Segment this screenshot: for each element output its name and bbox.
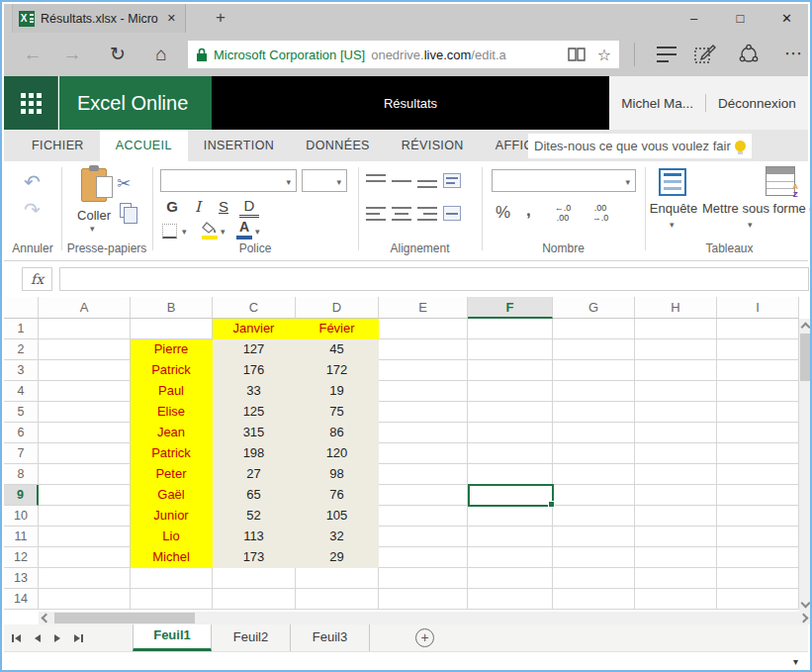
cell-H7[interactable] bbox=[635, 443, 717, 464]
cell-B6[interactable]: Jean bbox=[131, 423, 213, 443]
cell-I4[interactable] bbox=[717, 381, 799, 402]
row-header-9[interactable]: 9 bbox=[4, 485, 39, 506]
cell-F12[interactable] bbox=[468, 547, 553, 568]
row-header-6[interactable]: 6 bbox=[4, 423, 39, 443]
cell-I14[interactable] bbox=[717, 589, 799, 610]
cell-A11[interactable] bbox=[39, 527, 131, 547]
cell-F1[interactable] bbox=[468, 319, 553, 339]
cell-D14[interactable] bbox=[296, 589, 379, 610]
user-name[interactable]: Michel Ma... bbox=[621, 96, 693, 111]
cell-A8[interactable] bbox=[39, 464, 131, 485]
refresh-icon[interactable]: ↻ bbox=[101, 41, 135, 68]
cell-A10[interactable] bbox=[39, 506, 131, 527]
font-name-dropdown-icon[interactable]: ▾ bbox=[286, 177, 291, 187]
column-header-B[interactable]: B bbox=[131, 297, 213, 319]
row-header-12[interactable]: 12 bbox=[4, 547, 39, 568]
cell-H12[interactable] bbox=[635, 547, 717, 568]
hub-icon[interactable] bbox=[649, 45, 684, 64]
scroll-up-icon[interactable] bbox=[801, 323, 811, 333]
cell-G5[interactable] bbox=[553, 402, 635, 423]
cell-C3[interactable]: 176 bbox=[213, 360, 296, 381]
cell-F8[interactable] bbox=[468, 464, 553, 485]
selected-cell-outline[interactable] bbox=[468, 484, 554, 507]
cell-E14[interactable] bbox=[379, 589, 468, 610]
column-header-D[interactable]: D bbox=[296, 297, 379, 319]
cell-B7[interactable]: Patrick bbox=[131, 443, 213, 464]
share-icon[interactable] bbox=[738, 44, 760, 65]
cell-D5[interactable]: 75 bbox=[296, 402, 379, 423]
column-header-H[interactable]: H bbox=[635, 297, 717, 319]
cell-E5[interactable] bbox=[379, 402, 468, 423]
cell-G11[interactable] bbox=[553, 527, 635, 547]
row-header-2[interactable]: 2 bbox=[4, 339, 39, 360]
cell-D11[interactable]: 32 bbox=[296, 527, 379, 547]
copy-icon[interactable] bbox=[120, 203, 132, 218]
scroll-left-icon[interactable] bbox=[42, 614, 51, 624]
cell-D7[interactable]: 120 bbox=[296, 443, 379, 464]
cell-E6[interactable] bbox=[379, 423, 468, 443]
reading-view-icon[interactable] bbox=[568, 48, 586, 61]
cell-I9[interactable] bbox=[717, 485, 799, 506]
back-icon[interactable]: ← bbox=[16, 41, 49, 68]
font-color-icon[interactable]: A bbox=[236, 219, 252, 235]
cell-C2[interactable]: 127 bbox=[213, 339, 296, 360]
tab-accueil[interactable]: ACCUEIL bbox=[100, 130, 188, 161]
cell-I6[interactable] bbox=[717, 423, 799, 443]
sheet-tab-feuil3[interactable]: Feuil3 bbox=[291, 624, 370, 651]
horizontal-scrollbar[interactable] bbox=[39, 612, 811, 624]
sheet-tab-feuil1[interactable]: Feuil1 bbox=[133, 624, 212, 651]
cell-I3[interactable] bbox=[717, 360, 799, 381]
cell-E13[interactable] bbox=[379, 568, 468, 589]
cell-B5[interactable]: Elise bbox=[131, 402, 213, 423]
cell-C7[interactable]: 198 bbox=[213, 443, 296, 464]
cell-F13[interactable] bbox=[468, 568, 553, 589]
vertical-scrollbar[interactable] bbox=[799, 319, 812, 612]
borders-dropdown-icon[interactable]: ▾ bbox=[182, 227, 187, 237]
cell-F7[interactable] bbox=[468, 443, 553, 464]
cell-E8[interactable] bbox=[379, 464, 468, 485]
cell-H13[interactable] bbox=[635, 568, 717, 589]
format-table-dropdown-icon[interactable]: ▾ bbox=[748, 220, 753, 230]
cell-E4[interactable] bbox=[379, 381, 468, 402]
tab-revision[interactable]: RÉVISION bbox=[386, 130, 480, 161]
align-right-icon[interactable] bbox=[417, 207, 437, 221]
cell-B4[interactable]: Paul bbox=[131, 381, 213, 402]
cell-F14[interactable] bbox=[468, 589, 553, 610]
paste-icon[interactable] bbox=[81, 168, 107, 202]
cell-G1[interactable] bbox=[553, 319, 635, 339]
cell-G8[interactable] bbox=[553, 464, 635, 485]
row-header-3[interactable]: 3 bbox=[4, 360, 39, 381]
column-header-F[interactable]: F bbox=[468, 297, 553, 319]
column-header-E[interactable]: E bbox=[379, 297, 468, 319]
cell-I12[interactable] bbox=[717, 547, 799, 568]
cell-I2[interactable] bbox=[717, 339, 799, 360]
cell-G7[interactable] bbox=[553, 443, 635, 464]
cell-G4[interactable] bbox=[553, 381, 635, 402]
tab-insertion[interactable]: INSERTION bbox=[188, 130, 290, 161]
cell-F2[interactable] bbox=[468, 339, 553, 360]
row-header-4[interactable]: 4 bbox=[4, 381, 39, 402]
tab-close-icon[interactable]: ✕ bbox=[164, 12, 179, 25]
column-header-I[interactable]: I bbox=[717, 297, 799, 319]
undo-icon[interactable]: ↶ bbox=[24, 172, 41, 192]
cell-D8[interactable]: 98 bbox=[296, 464, 379, 485]
number-format-combo[interactable]: ▾ bbox=[492, 169, 636, 192]
cell-F5[interactable] bbox=[468, 402, 553, 423]
double-underline-button[interactable]: D bbox=[239, 197, 259, 218]
web-note-icon[interactable] bbox=[694, 45, 716, 64]
cell-I8[interactable] bbox=[717, 464, 799, 485]
cell-H4[interactable] bbox=[635, 381, 717, 402]
select-all-corner[interactable] bbox=[4, 297, 39, 319]
increase-decimal-button[interactable]: .00 →.0 bbox=[586, 203, 615, 223]
cell-E3[interactable] bbox=[379, 360, 468, 381]
cell-G12[interactable] bbox=[553, 547, 635, 568]
wrap-text-icon[interactable] bbox=[443, 173, 461, 188]
paste-button[interactable]: Coller bbox=[69, 208, 119, 223]
close-button[interactable]: ✕ bbox=[765, 4, 809, 33]
cell-E12[interactable] bbox=[379, 547, 468, 568]
sign-out-link[interactable]: Déconnexion bbox=[718, 96, 796, 111]
font-name-combo[interactable]: ▾ bbox=[160, 169, 297, 192]
cell-G6[interactable] bbox=[553, 423, 635, 443]
cell-D9[interactable]: 76 bbox=[296, 485, 379, 506]
cell-B11[interactable]: Lio bbox=[131, 527, 213, 547]
